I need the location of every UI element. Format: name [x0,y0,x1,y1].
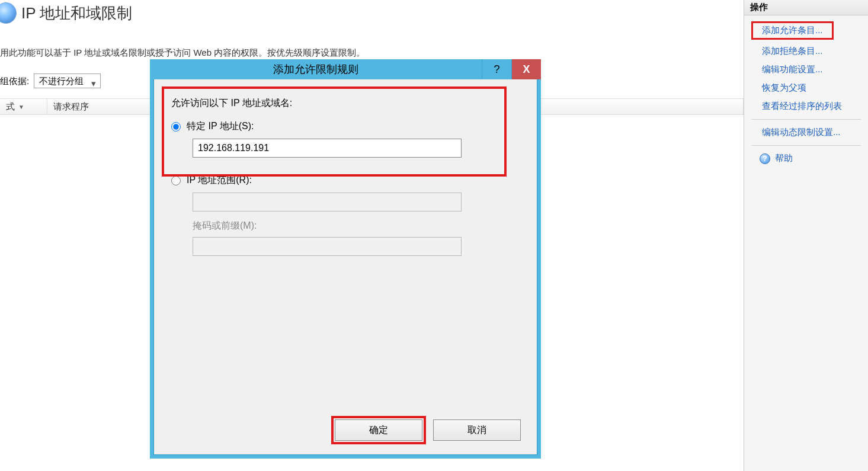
group-label: 组依据: [0,76,29,87]
actions-title: 操作 [744,0,868,15]
dialog-help-button[interactable]: ? [482,59,511,79]
dialog-buttons: 确定 取消 [153,419,537,455]
cancel-button[interactable]: 取消 [433,419,521,441]
ok-highlight: 确定 [335,419,422,441]
separator [751,145,861,146]
radio-specific-ip-label: 特定 IP 地址(S): [187,120,254,133]
help-row[interactable]: ? 帮助 [751,149,861,168]
dialog-prompt: 允许访问以下 IP 地址或域名: [171,97,520,110]
actions-pane: 操作 添加允许条目... 添加拒绝条目... 编辑功能设置... 恢复为父项 查… [744,0,868,471]
dialog-titlebar: 添加允许限制规则 ? X [150,59,541,79]
mask-field [193,237,462,256]
radio-ip-range-input[interactable] [171,176,181,185]
radio-ip-range[interactable]: IP 地址范围(R): [171,174,520,187]
ok-button[interactable]: 确定 [335,419,422,441]
globe-icon [0,2,17,24]
group-select-wrap[interactable]: 不进行分组 [34,76,101,87]
specific-ip-field[interactable] [193,139,462,158]
page-title: IP 地址和域限制 [21,3,132,24]
main-panel: IP 地址和域限制 用此功能可以基于 IP 地址或域名限制或授予访问 Web 内… [0,0,744,471]
help-link[interactable]: 帮助 [775,153,793,164]
dialog-body: 允许访问以下 IP 地址或域名: 特定 IP 地址(S): IP 地址范围(R)… [153,79,537,419]
radio-specific-ip[interactable]: 特定 IP 地址(S): [171,120,520,133]
edit-feature-link[interactable]: 编辑功能设置... [751,60,861,79]
help-icon: ? [760,153,770,164]
col-mode-label: 式 [6,101,15,113]
add-allow-link[interactable]: 添加允许条目... [751,21,834,40]
add-allow-dialog: 添加允许限制规则 ? X 允许访问以下 IP 地址或域名: 特定 IP 地址(S… [150,59,541,459]
range-section: IP 地址范围(R): 掩码或前缀(M): [171,174,520,256]
mask-label: 掩码或前缀(M): [193,220,520,232]
actions-body: 添加允许条目... 添加拒绝条目... 编辑功能设置... 恢复为父项 查看经过… [744,15,868,172]
radio-ip-range-label: IP 地址范围(R): [187,174,252,187]
revert-link[interactable]: 恢复为父项 [751,79,861,97]
add-allow-highlight: 添加允许条目... [751,21,834,40]
col-mode[interactable]: 式 ▼ [0,99,47,114]
add-deny-link[interactable]: 添加拒绝条目... [751,42,861,60]
view-ordered-link[interactable]: 查看经过排序的列表 [751,97,861,116]
page-header: IP 地址和域限制 [0,0,132,26]
group-select[interactable]: 不进行分组 [34,73,101,88]
dialog-title: 添加允许限制规则 [150,59,482,79]
ip-range-field [193,193,462,212]
radio-specific-ip-input[interactable] [171,122,181,132]
page-description: 用此功能可以基于 IP 地址或域名限制或授予访问 Web 内容的权限。按优先级顺… [0,47,365,59]
dialog-close-button[interactable]: X [511,59,541,79]
separator [751,119,861,120]
edit-dynamic-link[interactable]: 编辑动态限制设置... [751,123,861,142]
chevron-down-icon: ▼ [18,104,24,110]
col-requester-label: 请求程序 [53,101,89,113]
